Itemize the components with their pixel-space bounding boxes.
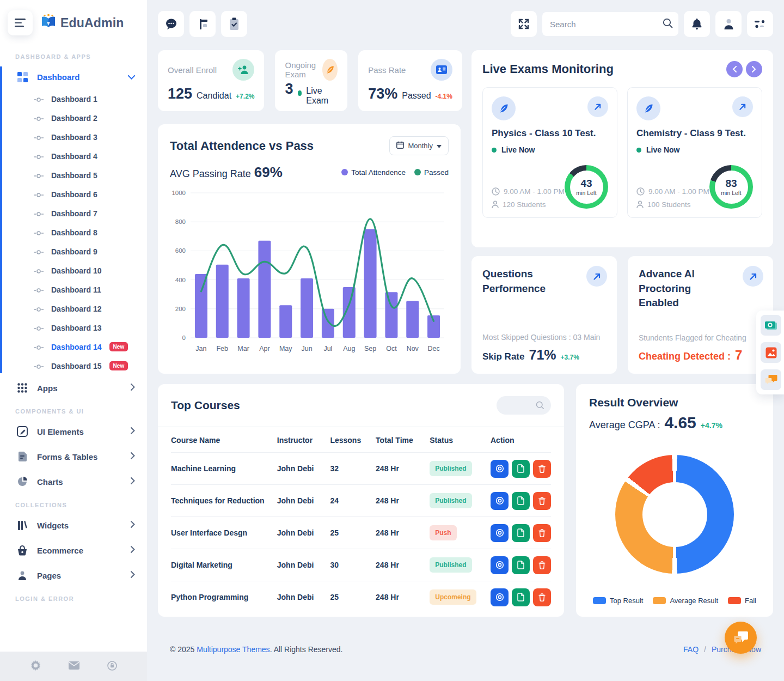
bar <box>237 278 250 338</box>
search-box <box>542 12 678 36</box>
delete-button[interactable] <box>533 460 551 478</box>
cgpa-label: Average CGPA : <box>589 419 660 431</box>
file-button[interactable] <box>512 492 530 510</box>
feather-icon <box>322 59 338 81</box>
sidebar-subitem-label: Dashboard 13 <box>51 324 102 332</box>
svg-text:Jul: Jul <box>323 345 332 352</box>
sidebar-subitem-dashboard-12[interactable]: Dashboard 12 <box>0 299 147 318</box>
instructor: John Debi <box>277 549 330 581</box>
table-search[interactable] <box>497 396 551 415</box>
clipboard-check-icon[interactable] <box>221 11 247 37</box>
cash-icon[interactable] <box>761 315 781 336</box>
svg-text:Jan: Jan <box>195 345 206 352</box>
chevron-right-icon <box>131 545 135 555</box>
sidebar-subitem-dashboard-10[interactable]: Dashboard 10 <box>0 261 147 280</box>
feather-icon <box>492 96 516 120</box>
sidebar-section-dashboard-apps: DASHBOARD & APPS <box>0 46 147 64</box>
support-chat-fab[interactable] <box>725 622 757 654</box>
search-input[interactable] <box>550 20 658 29</box>
sidebar-item-ui-elements[interactable]: UI Elements <box>0 419 147 444</box>
svg-text:Aug: Aug <box>343 345 355 352</box>
view-button[interactable] <box>491 588 509 606</box>
status-badge: Upcomeing <box>430 589 476 605</box>
bar <box>216 265 229 338</box>
arrow-up-right-icon[interactable] <box>586 266 607 287</box>
mail-icon[interactable] <box>69 661 79 672</box>
arrow-up-right-icon[interactable] <box>587 96 608 117</box>
caret-down-icon <box>437 142 442 150</box>
sidebar-subitem-label: Dashboard 8 <box>51 228 97 237</box>
stat-value: 73% <box>368 86 397 102</box>
notifications-bell-icon[interactable] <box>684 11 710 37</box>
sidebar-subitem-dashboard-11[interactable]: Dashboard 11 <box>0 280 147 299</box>
sidebar-subitem-dashboard-6[interactable]: Dashboard 6 <box>0 185 147 204</box>
file-button[interactable] <box>512 588 530 606</box>
file-button[interactable] <box>512 524 530 542</box>
view-button[interactable] <box>491 460 509 478</box>
attendance-chart: 02004006008001000JanFebMarAprMayJunJulAu… <box>170 186 449 358</box>
chat-bubbles-icon[interactable] <box>761 369 781 390</box>
sidebar-item-apps[interactable]: Apps <box>0 375 147 400</box>
brand-name: EduAdmin <box>60 16 124 31</box>
settings-sliders-icon[interactable] <box>747 11 773 37</box>
carousel-prev-button[interactable] <box>726 61 743 77</box>
sidebar-subitem-dashboard-14[interactable]: Dashboard 14New <box>0 337 147 356</box>
result-overview-title: Result Overview <box>589 396 760 409</box>
svg-text:400: 400 <box>175 277 186 283</box>
carousel-next-button[interactable] <box>746 61 762 77</box>
sidebar-subitem-dashboard-9[interactable]: Dashboard 9 <box>0 242 147 261</box>
brand-footer-link[interactable]: Multipurpose Themes <box>197 645 270 654</box>
delete-button[interactable] <box>533 492 551 510</box>
brand-logo[interactable]: EduAdmin <box>40 14 124 32</box>
sidebar-subitem-dashboard-13[interactable]: Dashboard 13 <box>0 318 147 337</box>
file-button[interactable] <box>512 556 530 574</box>
sidebar-item-pages[interactable]: Pages <box>0 563 147 588</box>
svg-text:0: 0 <box>182 335 186 341</box>
sidebar-subitem-dashboard-1[interactable]: Dashboard 1 <box>0 89 147 108</box>
sidebar-subitem-dashboard-15[interactable]: Dashboard 15New <box>0 356 147 375</box>
sidebar-subitem-dashboard-3[interactable]: Dashboard 3 <box>0 127 147 147</box>
view-button[interactable] <box>491 492 509 510</box>
arrow-up-right-icon[interactable] <box>732 96 753 117</box>
sidebar-item-dashboard[interactable]: Dashboard <box>0 64 147 89</box>
chat-dots-icon[interactable] <box>158 11 184 37</box>
sidebar-item-forms-tables[interactable]: Forms & Tables <box>0 444 147 469</box>
sidebar-item-charts[interactable]: Charts <box>0 469 147 494</box>
sidebar-subitem-dashboard-8[interactable]: Dashboard 8 <box>0 223 147 242</box>
arrow-up-right-icon[interactable] <box>743 266 763 287</box>
sidebar-subitem-dashboard-4[interactable]: Dashboard 4 <box>0 147 147 166</box>
sidebar-subitem-label: Dashboard 6 <box>51 190 97 199</box>
view-button[interactable] <box>491 524 509 542</box>
live-dot <box>492 148 497 153</box>
skip-rate-label: Skip Rate <box>482 351 524 362</box>
minutes-left-label: min Left <box>721 190 741 196</box>
search-icon[interactable] <box>663 18 673 31</box>
sidebar-item-label: Charts <box>37 477 122 487</box>
column-header: Status <box>430 427 491 453</box>
sidebar-item-widgets[interactable]: Widgets <box>0 513 147 538</box>
period-dropdown[interactable]: Monthly <box>389 136 449 155</box>
lock-icon[interactable] <box>107 660 117 673</box>
gear-icon[interactable] <box>30 660 41 673</box>
image-icon[interactable] <box>761 342 781 363</box>
donut-legend: Top ResultAverage ResultFail <box>589 597 760 605</box>
pencil-square-icon <box>16 425 28 437</box>
sidebar-subitem-dashboard-7[interactable]: Dashboard 7 <box>0 204 147 223</box>
sidebar-subitem-dashboard-2[interactable]: Dashboard 2 <box>0 108 147 127</box>
sidebar-subitem-dashboard-5[interactable]: Dashboard 5 <box>0 166 147 185</box>
user-avatar-icon[interactable] <box>715 11 742 37</box>
file-button[interactable] <box>512 460 530 478</box>
content: Overall Enroll 125 Candidat +7.2% <box>147 48 784 654</box>
signpost-icon[interactable] <box>189 11 216 37</box>
delete-button[interactable] <box>533 524 551 542</box>
sidebar-item-label: UI Elements <box>37 427 122 436</box>
view-button[interactable] <box>491 556 509 574</box>
sidebar-item-ecommerce[interactable]: Ecommerce <box>0 538 147 563</box>
ai-proctoring-card: Advance Al Proctoring Enabled Stundents … <box>628 256 773 374</box>
delete-button[interactable] <box>533 588 551 606</box>
fullscreen-icon[interactable] <box>511 11 537 37</box>
table-row: User Interface DesgnJohn Debi25248 HrPus… <box>171 517 551 549</box>
menu-toggle-button[interactable] <box>8 10 33 35</box>
faq-link[interactable]: FAQ <box>683 645 699 654</box>
delete-button[interactable] <box>533 556 551 574</box>
